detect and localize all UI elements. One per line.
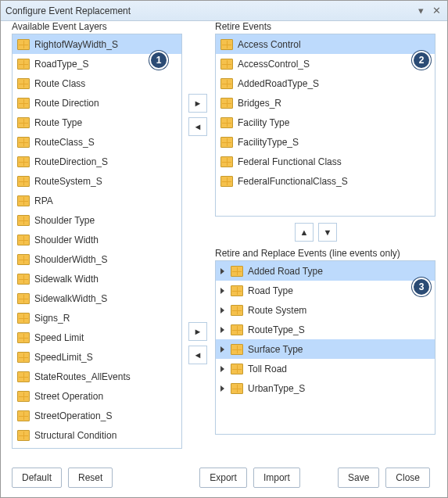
expander-icon[interactable] — [220, 366, 224, 372]
layer-icon — [17, 98, 30, 109]
list-item[interactable]: StreetOperation_S — [13, 406, 181, 425]
arrow-left-icon: ◄ — [194, 350, 202, 360]
reset-button[interactable]: Reset — [68, 468, 113, 488]
list-item[interactable]: ShoulderWidth_S — [13, 249, 181, 269]
tree-item-label: Toll Road — [248, 364, 287, 374]
callout-3: 3 — [412, 278, 431, 296]
layer-icon — [231, 266, 243, 277]
list-item[interactable]: Shoulder Width — [13, 230, 181, 249]
tree-item[interactable]: Added Road Type — [216, 261, 435, 281]
list-item[interactable]: Shoulder Type — [13, 210, 181, 230]
import-button[interactable]: Import — [253, 468, 300, 488]
list-item[interactable]: SidewalkWidth_S — [13, 288, 181, 308]
list-item[interactable]: Route Class — [13, 73, 181, 93]
expander-icon[interactable] — [220, 346, 224, 353]
collapse-icon[interactable]: ▾ — [414, 5, 427, 17]
list-item-label: AddedRoadType_S — [238, 78, 319, 89]
expander-icon[interactable] — [220, 327, 224, 333]
tree-item[interactable]: RouteType_S — [216, 320, 435, 339]
list-item[interactable]: Street Operation — [13, 386, 181, 406]
titlebar: Configure Event Replacement ▾ ✕ — [1, 1, 447, 21]
move-right-retrepl-button[interactable]: ► — [188, 322, 207, 341]
list-item[interactable]: Federal Functional Class — [216, 152, 435, 171]
tree-item[interactable]: Route System — [216, 300, 435, 320]
expander-icon[interactable] — [220, 307, 224, 313]
list-item[interactable]: Bridges_R — [216, 93, 435, 113]
list-item[interactable]: RouteDirection_S — [13, 152, 181, 171]
list-item[interactable]: Signs_R — [13, 308, 181, 328]
list-item-label: ShoulderWidth_S — [34, 254, 107, 265]
configure-event-replacement-window: Configure Event Replacement ▾ ✕ Availabl… — [0, 0, 448, 498]
list-item[interactable]: Speed Limit — [13, 328, 181, 347]
close-icon[interactable]: ✕ — [430, 5, 443, 17]
export-button[interactable]: Export — [199, 468, 247, 488]
list-item-label: SpeedLimit_S — [34, 352, 93, 363]
layer-icon — [231, 324, 243, 335]
list-item-label: Signs_R — [34, 313, 70, 324]
move-right-retire-button[interactable]: ► — [188, 94, 207, 113]
list-item[interactable]: FederalFunctionalClass_S — [216, 171, 435, 191]
expander-icon[interactable] — [220, 268, 224, 274]
list-item[interactable]: StateRoutes_AllEvents — [13, 367, 181, 386]
footer: Default Reset Export Import Save Close — [1, 458, 447, 497]
retire-replace-label: Retire and Replace Events (line events o… — [215, 248, 400, 259]
list-item[interactable]: Route Type — [13, 113, 181, 132]
list-item[interactable]: Structural Condition — [13, 425, 181, 445]
default-button[interactable]: Default — [12, 468, 62, 488]
move-left-retire-button[interactable]: ◄ — [188, 117, 207, 136]
list-item[interactable]: Route Direction — [13, 93, 181, 113]
list-item[interactable]: RouteSystem_S — [13, 171, 181, 191]
list-item-label: RouteSystem_S — [34, 176, 102, 187]
list-item-label: RoadType_S — [34, 59, 88, 70]
tree-item[interactable]: Toll Road — [216, 359, 435, 378]
tree-item-label: Road Type — [248, 285, 293, 296]
tree-item[interactable]: Surface Type — [216, 339, 435, 359]
list-item[interactable]: SpeedLimit_S — [13, 347, 181, 367]
list-item[interactable]: Access Control — [216, 34, 435, 54]
list-item-label: RouteDirection_S — [34, 156, 108, 167]
move-down-button[interactable]: ▼ — [318, 223, 337, 242]
available-list[interactable]: RightofWayWidth_SRoadType_SRoute ClassRo… — [13, 34, 181, 448]
list-item-label: Speed Limit — [34, 332, 84, 343]
list-item[interactable]: AddedRoadType_S — [216, 73, 435, 93]
available-panel: RightofWayWidth_SRoadType_SRoute ClassRo… — [12, 34, 182, 449]
expander-icon[interactable] — [220, 385, 224, 392]
layer-icon — [17, 215, 30, 226]
layer-icon — [231, 383, 243, 394]
layer-icon — [17, 430, 30, 441]
content-area: Available Event Layers RightofWayWidth_S… — [1, 21, 447, 458]
list-item[interactable]: Facility Type — [216, 113, 435, 132]
list-item[interactable]: RouteClass_S — [13, 132, 181, 152]
list-item[interactable]: RPA — [13, 191, 181, 210]
tree-item-label: UrbanType_S — [248, 383, 305, 394]
move-up-button[interactable]: ▲ — [295, 223, 314, 242]
layer-icon — [17, 254, 30, 265]
layer-icon — [220, 39, 233, 50]
layer-icon — [220, 156, 233, 167]
retire-replace-list[interactable]: Added Road TypeRoad TypeRoute SystemRout… — [216, 261, 435, 434]
expander-icon[interactable] — [220, 288, 224, 294]
layer-icon — [220, 98, 233, 109]
list-item[interactable]: Sidewalk Width — [13, 269, 181, 288]
save-button[interactable]: Save — [338, 468, 379, 488]
tree-item-label: Route System — [248, 305, 306, 316]
layer-icon — [17, 59, 30, 70]
layer-icon — [17, 117, 30, 128]
layer-icon — [220, 59, 233, 70]
list-item[interactable]: AccessControl_S — [216, 54, 435, 73]
list-item[interactable]: FacilityType_S — [216, 132, 435, 152]
layer-icon — [17, 137, 30, 148]
list-item-label: Bridges_R — [238, 98, 281, 109]
close-button[interactable]: Close — [385, 468, 430, 488]
tree-item[interactable]: Road Type — [216, 281, 435, 300]
list-item-label: FederalFunctionalClass_S — [238, 176, 348, 187]
available-label: Available Event Layers — [12, 21, 107, 32]
layer-icon — [17, 274, 30, 285]
tree-item-label: RouteType_S — [248, 324, 305, 335]
retire-list[interactable]: Access ControlAccessControl_SAddedRoadTy… — [216, 34, 435, 216]
list-item-label: RightofWayWidth_S — [34, 39, 118, 50]
move-left-retrepl-button[interactable]: ◄ — [188, 346, 207, 364]
list-item-label: Shoulder Width — [34, 235, 99, 245]
tree-item[interactable]: UrbanType_S — [216, 378, 435, 398]
layer-icon — [231, 344, 243, 355]
